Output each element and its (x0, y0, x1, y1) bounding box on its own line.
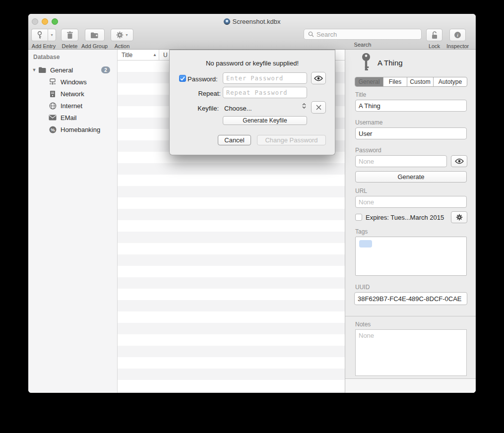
inspector-panel: A Thing General Files Custom Autotype Ti… (345, 50, 476, 393)
action-button[interactable]: ▾ (111, 29, 133, 41)
sidebar-item-label: EMail (61, 114, 77, 122)
tab-files[interactable]: Files (383, 77, 407, 86)
gear-icon (456, 214, 463, 221)
change-password-dialog: No password or keyfile supplied! Passwor… (169, 50, 335, 155)
sidebar-item-general[interactable]: ▼ General 2 (28, 64, 117, 75)
generate-password-button[interactable]: Generate (355, 171, 467, 183)
column-header-username[interactable]: U (159, 52, 168, 59)
add-group-label: Add Group (81, 43, 108, 49)
sort-ascending-icon: ▲ (153, 53, 157, 57)
chevron-down-icon: ▾ (51, 33, 53, 37)
dialog-reveal-password-button[interactable] (311, 72, 326, 84)
cancel-button[interactable]: Cancel (218, 135, 251, 145)
entry-count-badge: 2 (101, 66, 110, 73)
sidebar-item-network[interactable]: Network (28, 88, 117, 99)
url-field[interactable] (355, 196, 467, 208)
uuid-field[interactable] (354, 292, 467, 305)
titlebar-toolbar: Screenshot.kdbx ▾ Add Entry (28, 14, 476, 50)
section-divider (345, 316, 476, 316)
username-field[interactable] (355, 127, 467, 139)
delete-button[interactable] (61, 29, 78, 41)
dialog-keyfile-label: Keyfile: (180, 105, 219, 112)
dialog-password-label: Password: (188, 75, 221, 83)
sidebar-item-internet[interactable]: Internet (28, 100, 117, 111)
sidebar-item-label: Network (61, 90, 84, 98)
sidebar: Database ▼ General 2 Windows Networ (28, 50, 118, 393)
notes-field[interactable] (355, 329, 467, 376)
windows-network-icon (48, 77, 57, 86)
generate-keyfile-button[interactable]: Generate Keyfile (223, 116, 307, 125)
tags-box[interactable] (355, 237, 467, 276)
tab-custom[interactable]: Custom (407, 77, 434, 86)
action-label: Action (115, 43, 130, 49)
percent-icon: % (48, 125, 57, 134)
sidebar-item-label: Internet (61, 102, 82, 110)
document-icon (224, 18, 230, 25)
clear-keyfile-button[interactable] (311, 101, 326, 114)
entry-title: A Thing (378, 59, 403, 67)
delete-toolbar-item: Delete (61, 29, 78, 49)
sidebar-item-label: Homebanking (61, 126, 100, 133)
lock-button[interactable] (426, 29, 442, 41)
search-input[interactable] (316, 31, 417, 38)
close-x-icon (316, 105, 321, 110)
eye-icon (455, 158, 464, 164)
lock-label: Lock (429, 43, 440, 49)
check-icon (180, 76, 185, 81)
password-label: Password (355, 147, 381, 154)
title-field[interactable] (355, 100, 467, 112)
column-header-title[interactable]: Title ▲ (118, 52, 159, 59)
sidebar-item-label: General (50, 66, 73, 74)
action-toolbar-item: ▾ Action (111, 29, 133, 49)
password-field[interactable] (355, 155, 447, 167)
search-label: Search (354, 42, 372, 48)
keyfile-popup[interactable]: Choose... (224, 105, 252, 112)
disclosure-triangle-icon[interactable]: ▼ (31, 67, 38, 72)
notes-label: Notes (355, 321, 371, 328)
info-icon-button[interactable]: i (449, 29, 466, 41)
inspector-tabs: General Files Custom Autotype (355, 77, 467, 87)
delete-label: Delete (62, 43, 78, 49)
lock-toolbar-item: Lock (426, 29, 442, 49)
folder-plus-icon (90, 32, 99, 39)
expires-label: Expires: Tues...March 2015 (366, 214, 444, 221)
change-password-button[interactable]: Change Password (257, 135, 326, 145)
tab-autotype[interactable]: Autotype (434, 77, 467, 86)
add-group-toolbar-item: Add Group (81, 29, 108, 49)
reveal-password-button[interactable] (451, 155, 467, 167)
envelope-icon (48, 113, 57, 122)
key-plus-icon (36, 31, 44, 39)
add-entry-label: Add Entry (32, 43, 56, 49)
enter-password-field[interactable] (223, 72, 307, 84)
sidebar-section-header: Database (33, 54, 60, 61)
username-label: Username (355, 119, 382, 126)
popup-stepper-icon[interactable] (302, 103, 306, 109)
sidebar-item-windows[interactable]: Windows (28, 76, 117, 87)
trash-icon (66, 31, 73, 39)
empty-tag-pill[interactable] (359, 240, 372, 247)
password-enable-checkbox[interactable] (179, 75, 186, 82)
add-entry-button[interactable] (31, 29, 48, 41)
sidebar-item-homebanking[interactable]: % Homebanking (28, 124, 117, 135)
globe-icon (48, 101, 57, 110)
server-icon (48, 89, 57, 98)
add-entry-dropdown-button[interactable]: ▾ (48, 29, 56, 41)
expires-checkbox[interactable] (355, 214, 362, 221)
eye-icon (314, 75, 323, 81)
inspector-label: Inspector (446, 43, 469, 49)
repeat-password-field[interactable] (223, 87, 307, 98)
svg-text:%: % (51, 126, 55, 132)
sidebar-item-email[interactable]: EMail (28, 112, 117, 123)
tags-label: Tags (355, 228, 368, 235)
sidebar-item-label: Windows (61, 78, 87, 86)
tab-general[interactable]: General (355, 77, 383, 86)
inspector-toolbar-item: i Inspector (446, 29, 469, 49)
gear-icon (116, 31, 124, 39)
search-box[interactable] (304, 29, 422, 40)
add-group-button[interactable] (85, 29, 105, 41)
expires-settings-button[interactable] (451, 211, 467, 223)
lock-open-icon (431, 31, 438, 39)
uuid-label: UUID (355, 284, 370, 291)
search-toolbar-item: Search (304, 29, 422, 48)
key-icon (361, 53, 372, 72)
